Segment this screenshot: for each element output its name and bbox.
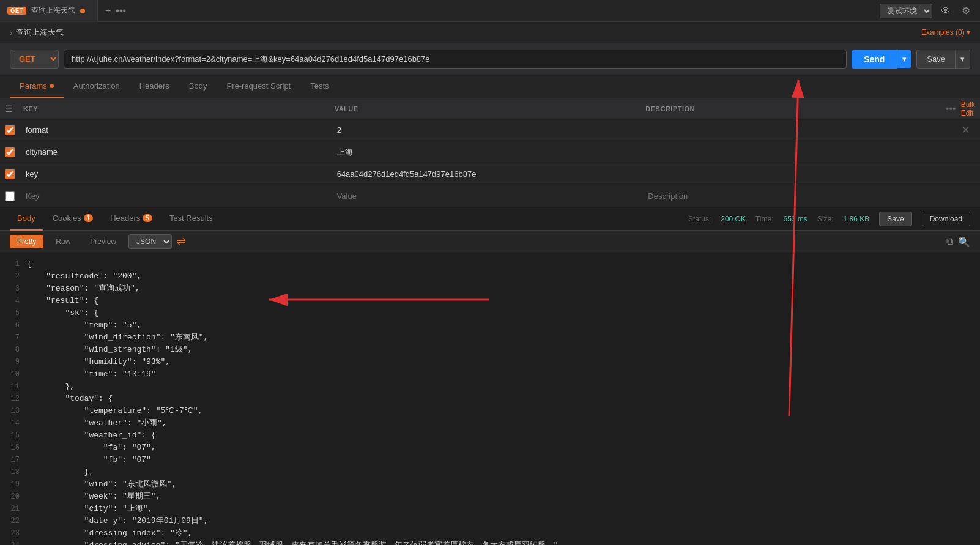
method-select[interactable]: GET [10,50,59,69]
format-tab-raw[interactable]: Raw [48,235,78,248]
copy-icon[interactable]: ⧉ [946,236,953,247]
code-line: 21 "city": "上海", [0,503,980,515]
tab-body-response[interactable]: Body [10,207,43,231]
description-column-header: DESCRIPTION [645,105,957,113]
line-content: "dressing_advice": "天气冷，建议着棉服、羽绒服、皮夹克加羊毛… [27,539,563,545]
tab-test-results[interactable]: Test Results [162,207,220,231]
code-line: 6 "temp": "5", [0,319,980,332]
format-tab-preview[interactable]: Preview [83,235,124,248]
json-format-select[interactable]: JSON [128,234,172,249]
new-tab-button[interactable]: + [105,6,111,17]
line-number: 3 [5,283,27,295]
params-dot [50,84,54,88]
param-row-placeholder [0,185,980,207]
tab-authorization[interactable]: Authorization [64,75,130,98]
param-key-key[interactable] [23,167,335,181]
tab-params[interactable]: Params [10,75,64,98]
request-tab[interactable]: GET 查询上海天气 [0,0,98,21]
params-tabs: Params Authorization Headers Body Pre-re… [0,75,980,98]
code-line: 14 "weather": "小雨", [0,417,980,429]
tab-headers[interactable]: Headers [130,75,179,98]
line-number: 23 [5,527,27,539]
url-input[interactable] [64,50,847,69]
body-tabs-bar: Body Cookies 1 Headers 5 Test Results St… [0,207,980,231]
tab-bar: GET 查询上海天气 + ••• 测试环境 👁 ⚙ [0,0,980,22]
breadcrumb-title: 查询上海天气 [16,27,64,38]
search-icon[interactable]: 🔍 [958,236,970,248]
line-content: "today": { [27,393,113,405]
param-placeholder-description[interactable] [645,189,957,203]
line-content: "weather_id": { [27,429,156,442]
code-line: 24 "dressing_advice": "天气冷，建议着棉服、羽绒服、皮夹克… [0,539,980,545]
headers-badge: 5 [143,214,152,222]
param-format-value[interactable] [335,123,646,137]
json-code-viewer: 1{2 "resultcode": "200",3 "reason": "查询成… [0,253,980,545]
param-cityname-value[interactable] [335,145,646,159]
more-tabs-button[interactable]: ••• [116,6,126,17]
param-placeholder-key[interactable] [23,189,335,203]
examples-link[interactable]: Examples (0) ▾ [921,28,970,37]
cookies-badge: 1 [84,214,94,222]
key-column-header: KEY [23,105,335,113]
tab-headers-response[interactable]: Headers 5 [103,207,160,231]
param-key-checkbox[interactable] [5,169,15,179]
table-actions: ••• Bulk Edit [957,100,975,117]
tab-tests[interactable]: Tests [300,75,338,98]
send-button[interactable]: Send [852,50,897,69]
tab-pre-request-script[interactable]: Pre-request Script [217,75,300,98]
line-number: 13 [5,405,27,417]
tab-cookies[interactable]: Cookies 1 [45,207,101,231]
code-line: 19 "wind": "东北风微风", [0,478,980,491]
param-placeholder-checkbox[interactable] [5,191,15,201]
code-line: 15 "weather_id": { [0,429,980,442]
save-dropdown-button[interactable]: ▾ [956,50,970,69]
tab-method-badge: GET [7,7,26,15]
line-content: "result": { [27,295,98,307]
eye-icon[interactable]: 👁 [938,3,953,19]
param-format-key[interactable] [23,123,335,137]
line-content: "time": "13:19" [27,368,156,380]
tab-actions: + ••• [98,6,133,17]
breadcrumb-left: › 查询上海天气 [10,27,64,38]
param-format-delete[interactable]: ✕ [957,123,975,137]
size-label: Size: [817,215,834,223]
line-number: 4 [5,295,27,307]
line-content: "dressing_index": "冷", [27,527,192,539]
line-number: 20 [5,491,27,503]
line-number: 15 [5,429,27,442]
save-response-button[interactable]: Save [879,212,911,226]
bulk-edit-button[interactable]: Bulk Edit [961,100,975,117]
breadcrumb: › 查询上海天气 Examples (0) ▾ [0,22,980,43]
tab-body[interactable]: Body [179,75,217,98]
tab-bar-right: 测试环境 👁 ⚙ [880,2,980,19]
send-dropdown-button[interactable]: ▾ [897,50,911,68]
environment-select[interactable]: 测试环境 [880,4,932,18]
download-button[interactable]: Download [922,212,970,226]
line-content: "weather": "小雨", [27,417,167,429]
line-number: 17 [5,454,27,466]
param-cityname-checkbox[interactable] [5,147,15,157]
param-key-value[interactable] [335,167,646,181]
wrap-lines-icon[interactable]: ⇌ [177,235,186,248]
code-line: 7 "wind_direction": "东南风", [0,332,980,344]
line-number: 24 [5,539,27,545]
line-number: 18 [5,466,27,478]
param-key-description[interactable] [645,167,957,181]
line-content: "week": "星期三", [27,491,160,503]
line-content: "temperature": "5℃-7℃", [27,405,202,417]
param-format-checkbox[interactable] [5,125,15,135]
line-content: { [27,258,32,270]
save-button[interactable]: Save [916,50,956,69]
param-row-key [0,163,980,185]
format-tab-pretty[interactable]: Pretty [10,235,43,248]
settings-icon[interactable]: ⚙ [959,2,973,19]
param-format-description[interactable] [645,123,957,137]
line-number: 2 [5,270,27,283]
param-cityname-key[interactable] [23,145,335,159]
param-placeholder-value[interactable] [335,189,646,203]
viewer-icons: ⧉ 🔍 [946,236,970,248]
param-cityname-description[interactable] [645,145,957,159]
line-number: 1 [5,258,27,270]
code-line: 5 "sk": { [0,307,980,319]
line-content: "wind_strength": "1级", [27,344,192,356]
